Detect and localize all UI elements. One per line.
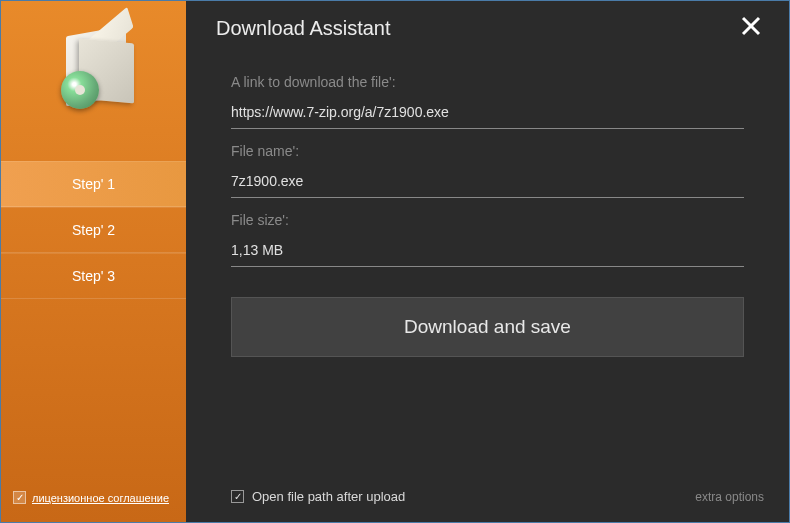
license-area: лицензионное соглашение — [13, 491, 169, 504]
step-2[interactable]: Step' 2 — [1, 207, 186, 253]
main-panel: Download Assistant A link to download th… — [186, 1, 789, 522]
steps-list: Step' 1 Step' 2 Step' 3 — [1, 161, 186, 299]
footer: Open file path after upload extra option… — [186, 471, 789, 522]
link-input[interactable] — [231, 98, 744, 129]
license-checkbox[interactable] — [13, 491, 26, 504]
close-button[interactable] — [735, 16, 767, 40]
license-link[interactable]: лицензионное соглашение — [32, 492, 169, 504]
extra-options-link[interactable]: extra options — [695, 490, 764, 504]
installer-icon — [51, 26, 141, 116]
download-save-button[interactable]: Download and save — [231, 297, 744, 357]
close-icon — [741, 16, 761, 36]
header: Download Assistant — [186, 1, 789, 50]
filesize-label: File size': — [231, 212, 744, 228]
open-path-label: Open file path after upload — [252, 489, 405, 504]
link-label: A link to download the file': — [231, 74, 744, 90]
open-path-checkbox[interactable] — [231, 490, 244, 503]
step-3[interactable]: Step' 3 — [1, 253, 186, 299]
filesize-input[interactable] — [231, 236, 744, 267]
sidebar: Step' 1 Step' 2 Step' 3 лицензионное сог… — [1, 1, 186, 522]
app-title: Download Assistant — [216, 17, 391, 40]
filename-input[interactable] — [231, 167, 744, 198]
step-1[interactable]: Step' 1 — [1, 161, 186, 207]
filename-label: File name': — [231, 143, 744, 159]
form-area: A link to download the file': File name'… — [186, 50, 789, 471]
footer-left: Open file path after upload — [231, 489, 405, 504]
